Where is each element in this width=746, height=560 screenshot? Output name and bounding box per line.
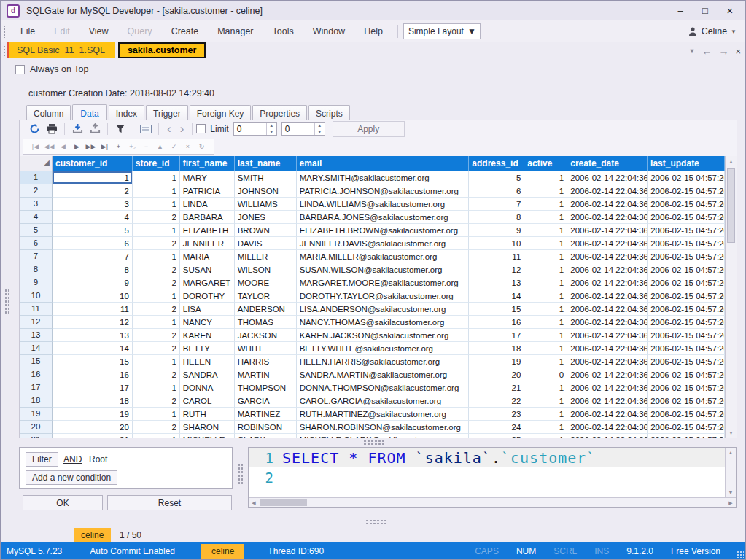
cell-store_id[interactable]: 2 [133, 263, 180, 276]
cell-active[interactable]: 1 [524, 289, 567, 303]
close-tab-icon[interactable]: × [735, 46, 741, 57]
scroll-right-icon[interactable]: ▶ [726, 498, 736, 508]
add-condition-button[interactable]: Add a new condition [26, 470, 117, 485]
cell-email[interactable]: MARIA.MILLER@sakilacustomer.org [297, 250, 470, 263]
navigate-back-icon[interactable]: ← [702, 45, 712, 57]
cell-first_name[interactable]: KAREN [180, 329, 235, 342]
nav-next-icon[interactable]: ▶ [70, 143, 84, 150]
cell-create_date[interactable]: 2006-02-14 22:04:36 [567, 276, 648, 289]
cell-active[interactable]: 1 [524, 303, 567, 316]
cell-customer_id[interactable]: 7 [53, 250, 133, 263]
cell-first_name[interactable]: MARY [180, 171, 235, 184]
cell-first_name[interactable]: SUSAN [180, 263, 235, 276]
cell-active[interactable]: 0 [524, 368, 567, 381]
cell-address_id[interactable]: 9 [469, 224, 524, 237]
cell-create_date[interactable]: 2006-02-14 22:04:36 [567, 171, 648, 184]
cell-customer_id[interactable]: 8 [53, 263, 133, 276]
cell-last_update[interactable]: 2006-02-15 04:57:20 [648, 434, 725, 438]
cell-last_name[interactable]: MARTIN [235, 368, 297, 381]
resize-grip[interactable] [737, 551, 744, 558]
cell-last_name[interactable]: JACKSON [235, 329, 297, 342]
cell-last_name[interactable]: WILSON [235, 263, 297, 276]
nav-append-icon[interactable]: +₂ [125, 143, 139, 150]
vertical-splitter-handle[interactable] [238, 463, 244, 485]
row-number[interactable]: 14 [20, 342, 53, 355]
cell-customer_id[interactable]: 13 [53, 329, 133, 342]
cell-create_date[interactable]: 2006-02-14 22:04:36 [567, 198, 648, 211]
table-row[interactable]: 442BARBARAJONESBARBARA.JONES@sakilacusto… [20, 211, 725, 224]
table-row[interactable]: 15151HELENHARRISHELEN.HARRIS@sakilacusto… [20, 355, 725, 368]
cell-customer_id[interactable]: 21 [53, 434, 133, 438]
table-row[interactable]: 11112LISAANDERSONLISA.ANDERSON@sakilacus… [20, 303, 725, 316]
row-number[interactable]: 10 [20, 289, 53, 303]
table-row[interactable]: 14142BETTYWHITEBETTY.WHITE@sakilacustome… [20, 342, 725, 355]
session-badge[interactable]: celine [201, 544, 244, 559]
cell-address_id[interactable]: 19 [469, 355, 524, 368]
cell-last_name[interactable]: MILLER [235, 250, 297, 263]
cell-active[interactable]: 1 [524, 355, 567, 368]
cell-last_update[interactable]: 2006-02-15 04:57:20 [648, 224, 725, 237]
cell-first_name[interactable]: MARGARET [180, 276, 235, 289]
row-number[interactable]: 12 [20, 316, 53, 329]
cell-last_name[interactable]: ROBINSON [235, 421, 297, 434]
cell-email[interactable]: RUTH.MARTINEZ@sakilacustomer.org [297, 408, 470, 421]
row-number[interactable]: 18 [20, 394, 53, 408]
cell-last_update[interactable]: 2006-02-15 04:57:20 [648, 198, 725, 211]
cell-first_name[interactable]: JENNIFER [180, 237, 235, 250]
table-row[interactable]: 10101DOROTHYTAYLORDOROTHY.TAYLOR@sakilac… [20, 289, 725, 303]
cell-active[interactable]: 1 [524, 316, 567, 329]
editor-line[interactable]: 1SELECT * FROM `sakila`.`customer` [249, 448, 725, 467]
cell-store_id[interactable]: 2 [133, 303, 180, 316]
cell-last_name[interactable]: THOMAS [235, 316, 297, 329]
cell-store_id[interactable]: 1 [133, 198, 180, 211]
nav-cancel-icon[interactable]: × [181, 143, 195, 150]
cell-address_id[interactable]: 14 [469, 289, 524, 303]
column-header-email[interactable]: email [297, 156, 470, 171]
cell-last_name[interactable]: WHITE [235, 342, 297, 355]
cell-store_id[interactable]: 1 [133, 184, 180, 198]
cell-first_name[interactable]: DONNA [180, 381, 235, 394]
minimize-button[interactable]: – [668, 1, 693, 20]
cell-create_date[interactable]: 2006-02-14 22:04:36 [567, 408, 648, 421]
row-number[interactable]: 8 [20, 263, 53, 276]
cell-create_date[interactable]: 2006-02-14 22:04:36 [567, 329, 648, 342]
row-number[interactable]: 16 [20, 368, 53, 381]
cell-address_id[interactable]: 10 [469, 237, 524, 250]
cell-last_update[interactable]: 2006-02-15 04:57:20 [648, 211, 725, 224]
tab-trigger[interactable]: Trigger [146, 105, 188, 121]
cell-store_id[interactable]: 2 [133, 211, 180, 224]
cell-active[interactable]: 1 [524, 250, 567, 263]
row-number[interactable]: 4 [20, 211, 53, 224]
tab-column[interactable]: Column [26, 105, 71, 121]
cell-email[interactable]: SHARON.ROBINSON@sakilacustomer.org [297, 421, 470, 434]
cell-email[interactable]: ELIZABETH.BROWN@sakilacustomer.org [297, 224, 470, 237]
table-row[interactable]: 331LINDAWILLIAMSLINDA.WILLIAMS@sakilacus… [20, 198, 725, 211]
cell-active[interactable]: 1 [524, 171, 567, 184]
cell-email[interactable]: HELEN.HARRIS@sakilacustomer.org [297, 355, 470, 368]
cell-email[interactable]: BETTY.WHITE@sakilacustomer.org [297, 342, 470, 355]
cell-last_update[interactable]: 2006-02-15 04:57:20 [648, 316, 725, 329]
cell-last_name[interactable]: TAYLOR [235, 289, 297, 303]
cell-customer_id[interactable]: 16 [53, 368, 133, 381]
cell-first_name[interactable]: LINDA [180, 198, 235, 211]
refresh-icon[interactable] [28, 122, 41, 135]
cell-email[interactable]: DONNA.THOMPSON@sakilacustomer.org [297, 381, 470, 394]
cell-last_update[interactable]: 2006-02-15 04:57:20 [648, 394, 725, 408]
sql-editor[interactable]: 1SELECT * FROM `sakila`.`customer`2 ▲ ▼ … [248, 447, 737, 508]
cell-active[interactable]: 1 [524, 263, 567, 276]
cell-create_date[interactable]: 2006-02-14 22:04:36 [567, 394, 648, 408]
table-row[interactable]: 19191RUTHMARTINEZRUTH.MARTINEZ@sakilacus… [20, 408, 725, 421]
next-record-icon[interactable]: › [180, 124, 184, 134]
scroll-down-icon[interactable]: ▼ [726, 488, 736, 497]
menu-tools[interactable]: Tools [263, 20, 303, 42]
table-row[interactable]: 111MARYSMITHMARY.SMITH@sakilacustomer.or… [20, 171, 725, 184]
cell-customer_id[interactable]: 14 [53, 342, 133, 355]
cell-active[interactable]: 1 [524, 381, 567, 394]
cell-create_date[interactable]: 2006-02-14 22:04:36 [567, 421, 648, 434]
table-row[interactable]: 16162SANDRAMARTINSANDRA.MARTIN@sakilacus… [20, 368, 725, 381]
cell-last_name[interactable]: THOMPSON [235, 381, 297, 394]
cell-store_id[interactable]: 1 [133, 381, 180, 394]
cell-create_date[interactable]: 2006-02-14 22:04:36 [567, 289, 648, 303]
cell-customer_id[interactable]: 6 [53, 237, 133, 250]
cell-store_id[interactable]: 1 [133, 408, 180, 421]
